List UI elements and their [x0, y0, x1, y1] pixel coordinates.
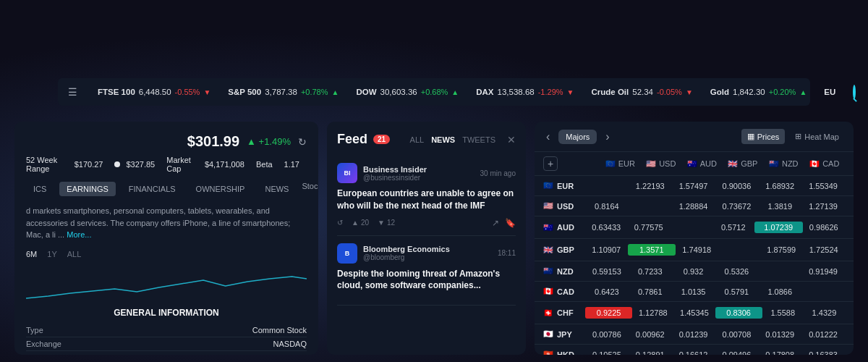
forex-cell-8-2: 0.16612 — [672, 350, 715, 355]
ticker-change-sp500: +0.78% — [301, 88, 328, 96]
forex-nav-right[interactable]: › — [603, 130, 612, 143]
flag-nzd: 🇳🇿 — [769, 159, 779, 169]
tab-earnings[interactable]: EARNINGS — [59, 182, 115, 196]
flag-usd: 🇺🇸 — [543, 201, 553, 211]
feed-item-1: BI Business Insider @businessinsider 30 … — [337, 156, 516, 236]
time-tab-all[interactable]: ALL — [67, 250, 82, 258]
forex-nav-left[interactable]: ‹ — [543, 130, 553, 143]
arrow-crude: ▼ — [686, 88, 693, 96]
stock-tabs: ICS EARNINGS FINANCIALS OWNERSHIP NEWS S… — [26, 182, 307, 196]
forex-row-jpy[interactable]: 🇯🇵 JPY 0.007860.009620.012390.007080.013… — [535, 324, 854, 345]
ticker-change-crude: -0.05% — [657, 88, 682, 96]
forex-row-aud[interactable]: 🇦🇺 AUD 0.634330.775750.57121.072390.9862… — [535, 216, 854, 239]
time-tab-1y[interactable]: 1Y — [47, 250, 56, 258]
share-icon[interactable]: ↗ — [492, 218, 499, 228]
forex-tab-prices[interactable]: ▦ Prices — [741, 129, 786, 144]
forex-cell-5-1: 0.7861 — [629, 287, 672, 296]
retweet-icon[interactable]: ↺ — [337, 219, 343, 227]
refresh-icon[interactable]: ↻ — [298, 136, 307, 148]
forex-row-cad[interactable]: 🇨🇦 CAD 0.64230.78611.01350.57911.0866 — [535, 282, 854, 302]
forex-cell-7-4: 0.01329 — [758, 330, 801, 339]
forex-cell-4-0: 0.59153 — [585, 267, 629, 276]
general-info-title: GENERAL INFORMATION — [26, 308, 307, 318]
forex-cell-7-2: 0.01239 — [672, 330, 715, 339]
mini-chart — [26, 266, 307, 302]
feed-share-icons-1: ↗ 🔖 — [492, 218, 516, 228]
forex-cell-8-3: 0.09496 — [715, 350, 758, 355]
bookmark-icon[interactable]: 🔖 — [505, 218, 516, 228]
flag-cad: 🇨🇦 — [809, 159, 820, 169]
ticker-item-gold: Gold 1,842.30 +0.20% ▲ — [710, 88, 807, 96]
tab-news[interactable]: NEWS — [258, 182, 296, 196]
feed-tab-all[interactable]: ALL — [410, 135, 425, 144]
forex-tab-heatmap-label: Heat Map — [804, 132, 839, 141]
forex-cell-3-1: 1.3571 — [628, 244, 676, 256]
forex-segment[interactable]: Majors — [558, 130, 597, 144]
forex-row-hkd[interactable]: 🇭🇰 HKD 0.105250.128910.166120.094960.178… — [535, 345, 854, 355]
forex-cell-6-2: 1.45345 — [673, 308, 715, 317]
forex-cell-1-3: 0.73672 — [715, 202, 758, 211]
forex-cell-7-0: 0.00786 — [585, 330, 629, 339]
forex-col-cad: 🇨🇦 CAD — [804, 159, 846, 169]
forex-row-label-jpy: 🇯🇵 JPY — [543, 329, 585, 339]
feed-headline-1[interactable]: European countries are unable to agree o… — [337, 188, 516, 212]
forex-row-gbp[interactable]: 🇬🇧 GBP 1.109071.35711.749181.875991.7252… — [535, 239, 854, 261]
heatmap-icon: ⊞ — [795, 132, 801, 141]
likes-count-1: 20 — [361, 219, 369, 227]
forex-row-chf[interactable]: 🇨🇭 CHF 0.92251.127881.453450.83061.55881… — [535, 302, 854, 324]
likes-1[interactable]: ▲ 20 — [352, 219, 369, 227]
forex-tab-heatmap[interactable]: ⊞ Heat Map — [789, 129, 845, 144]
forex-cell-3-5: 1.72524 — [803, 245, 846, 254]
feed-panel: Feed 21 ALL NEWS TWEETS ✕ BI Business In… — [327, 122, 526, 355]
forex-row-nzd[interactable]: 🇳🇿 NZD 0.591530.72330.9320.53260.91949 — [535, 261, 854, 282]
info-row-exchange: Exchange NASDAQ — [26, 337, 307, 351]
forex-cell-0-3: 0.90036 — [715, 182, 758, 190]
feed-time-1: 30 min ago — [480, 169, 516, 177]
arrow-ftse: ▼ — [203, 88, 210, 96]
info-row-type: Type Common Stock — [26, 324, 307, 337]
forex-row-label-usd: 🇺🇸 USD — [543, 201, 585, 211]
feed-tab-tweets[interactable]: TWEETS — [462, 135, 495, 144]
ticker-change-dow: +0.68% — [421, 88, 448, 96]
forex-row-label-cad: 🇨🇦 CAD — [543, 287, 585, 296]
forex-row-usd[interactable]: 🇺🇸 USD 0.81641.288840.736721.38191.27139 — [535, 196, 854, 216]
time-tab-6m[interactable]: 6M — [26, 250, 37, 258]
ticker-value-crude: 52.34 — [632, 88, 653, 96]
feed-title: Feed — [337, 132, 367, 147]
feed-tabs: ALL NEWS TWEETS ✕ — [410, 134, 516, 146]
forex-row-eur[interactable]: 🇪🇺 EUR 1.221931.574970.900361.689321.553… — [535, 176, 854, 196]
market-cap-label: Market Cap — [166, 156, 193, 173]
stock-range-row: 52 Week Range $170.27 $327.85 Market Cap… — [26, 156, 307, 173]
tab-ics[interactable]: ICS — [26, 182, 54, 196]
ticker-value-dow: 30,603.36 — [380, 88, 417, 96]
feed-actions-1: ↺ ▲ 20 ▼ 12 ↗ 🔖 — [337, 218, 516, 228]
market-cap-value: $4,171,008 — [205, 160, 244, 169]
tab-financials[interactable]: FINANCIALS — [122, 182, 183, 196]
forex-cell-0-2: 1.57497 — [672, 182, 715, 190]
feed-source-name-1: Business Insider — [363, 165, 475, 174]
forex-cell-4-3: 0.5326 — [715, 267, 758, 276]
forex-add-button[interactable]: + — [543, 156, 558, 171]
forex-panel: ‹ Majors › ▦ Prices ⊞ Heat Map + 🇪🇺 EUR — [535, 122, 854, 355]
tab-ownership[interactable]: OWNERSHIP — [189, 182, 252, 196]
flag-gbp: 🇬🇧 — [543, 245, 553, 255]
forex-row-label-nzd: 🇳🇿 NZD — [543, 266, 585, 276]
stock-more-link[interactable]: More... — [67, 230, 91, 239]
forex-header-tabs: ▦ Prices ⊞ Heat Map — [741, 129, 845, 144]
feed-headline-2[interactable]: Despite the looming threat of Amazon's c… — [337, 268, 516, 292]
flag-eur: 🇪🇺 — [543, 181, 553, 190]
flag-hkd: 🇭🇰 — [543, 350, 553, 355]
forex-rows: 🇪🇺 EUR 1.221931.574970.900361.689321.553… — [535, 176, 854, 355]
ticker-value-gold: 1,842.30 — [733, 88, 765, 96]
forex-cell-8-5: 0.16383 — [801, 350, 845, 355]
chart-time-tabs: 6M 1Y ALL — [26, 250, 307, 258]
stock-panel: $301.99 ▲ +1.49% ↻ 52 Week Range $170.27… — [14, 122, 318, 355]
feed-close-button[interactable]: ✕ — [507, 134, 516, 146]
menu-icon[interactable]: ☰ — [68, 86, 77, 98]
feed-source-name-2: Bloomberg Economics — [363, 245, 492, 253]
forex-cell-1-5: 1.27139 — [801, 202, 845, 211]
comments-1[interactable]: ▼ 12 — [378, 219, 395, 227]
forex-cell-8-0: 0.10525 — [585, 350, 629, 355]
ticker-item-ftse: FTSE 100 6,448.50 -0.55% ▼ — [98, 88, 210, 96]
feed-tab-news[interactable]: NEWS — [431, 135, 455, 144]
